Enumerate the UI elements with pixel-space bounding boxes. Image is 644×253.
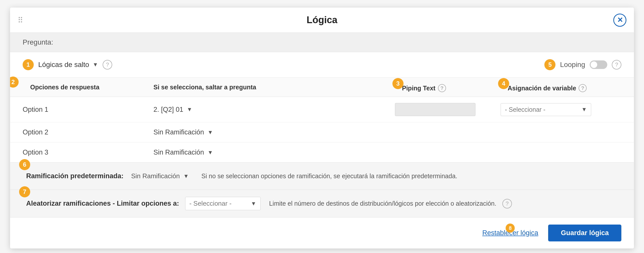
logic-type-dropdown[interactable]: Lógicas de salto ▼ [38,61,98,69]
col-label-options: Opciones de respuesta [23,84,99,91]
table-row: Option 3 Sin Ramificación ▼ [10,142,634,162]
default-branch-value: Sin Ramificación [131,172,180,180]
looping-toggle[interactable] [590,60,607,69]
var-arrow-1-icon: ▼ [581,106,587,113]
jump-dropdown-2[interactable]: Sin Ramificación ▼ [153,128,304,136]
jump-dropdown-1[interactable]: 2. [Q2] 01 ▼ [153,106,304,114]
logic-type-arrow-icon: ▼ [93,61,98,68]
randomize-value: - Seleccionar - [189,200,232,207]
logic-modal: ⠿ Lógica ✕ Pregunta: 1 Lógicas de salto … [10,8,634,248]
badge-7: 7 [19,186,30,197]
col-header-variable: 4 Asignación de variable ? [501,82,621,92]
jump-dropdown-3[interactable]: Sin Ramificación ▼ [153,149,304,156]
randomize-section: 7 Aleatorizar ramificaciones - Limitar o… [10,190,634,218]
modal-title: Lógica [307,15,337,25]
col-header-options: 2 Opciones de respuesta [23,82,153,92]
badge-2: 2 [10,77,19,88]
modal-header: ⠿ Lógica ✕ [10,8,634,33]
badge-6: 6 [19,159,30,170]
jump-value-1: 2. [Q2] 01 [153,106,183,114]
badge-8: 8 [506,224,515,233]
footer: 8 Restablecer lógica Guardar lógica [10,218,634,248]
col-label-jump: Si se selecciona, saltar a pregunta [153,84,256,91]
piping-input-1[interactable] [395,103,475,116]
default-branch-dropdown[interactable]: Sin Ramificación ▼ [131,170,189,183]
option-label-1: Option 1 [23,106,153,114]
col-label-variable: Asignación de variable [501,85,576,92]
looping-section: 5 Looping ? [544,59,621,70]
piping-help-icon[interactable]: ? [438,84,446,92]
randomize-dropdown[interactable]: - Seleccionar - ▼ [185,197,261,210]
randomize-arrow-icon: ▼ [251,200,256,207]
close-button[interactable]: ✕ [613,14,626,27]
badge-1: 1 [23,59,34,70]
looping-help-icon[interactable]: ? [612,60,621,69]
drag-handle-icon[interactable]: ⠿ [18,16,23,24]
variable-value-1: - Seleccionar - [505,106,545,113]
question-label: Pregunta: [23,38,53,46]
randomize-label: Aleatorizar ramificaciones - Limitar opc… [26,200,179,207]
jump-arrow-2-icon: ▼ [208,129,213,136]
col-header-piping: 3 Piping Text ? [395,82,501,92]
badge-3: 3 [392,78,404,89]
badge-5: 5 [544,59,555,70]
col-header-jump: Si se selecciona, saltar a pregunta [153,82,395,92]
reset-button[interactable]: 8 Restablecer lógica [482,229,538,237]
jump-value-3: Sin Ramificación [153,149,204,156]
randomize-description: Limite el número de destinos de distribu… [269,200,496,207]
jump-value-2: Sin Ramificación [153,128,204,136]
save-button[interactable]: Guardar lógica [548,225,621,241]
logic-type-section: 1 Lógicas de salto ▼ ? 5 Looping ? [10,52,634,78]
option-label-2: Option 2 [23,128,153,136]
default-branch-arrow-icon: ▼ [183,173,189,179]
jump-arrow-1-icon: ▼ [187,106,192,113]
logic-type-label: Lógicas de salto [38,61,89,69]
table-header: 2 Opciones de respuesta Si se selecciona… [10,78,634,97]
options-table: 2 Opciones de respuesta Si se selecciona… [10,78,634,163]
option-label-3: Option 3 [23,149,153,156]
randomize-help-icon[interactable]: ? [502,199,512,208]
jump-arrow-3-icon: ▼ [208,149,213,156]
default-branch-section: 6 Ramificación predeterminada: Sin Ramif… [10,163,634,190]
looping-label: Looping [560,61,585,69]
looping-badge-wrapper: 5 [544,59,555,70]
default-branch-label: Ramificación predeterminada: [26,172,124,180]
logic-type-help-icon[interactable]: ? [103,60,112,69]
variable-help-icon[interactable]: ? [579,84,587,92]
table-row: Option 2 Sin Ramificación ▼ [10,122,634,142]
default-branch-description: Si no se seleccionan opciones de ramific… [202,172,457,180]
table-row: Option 1 2. [Q2] 01 ▼ - Seleccionar - ▼ [10,97,634,122]
variable-dropdown-1[interactable]: - Seleccionar - ▼ [501,103,591,116]
badge-4: 4 [498,78,509,89]
question-bar: Pregunta: [10,33,634,52]
